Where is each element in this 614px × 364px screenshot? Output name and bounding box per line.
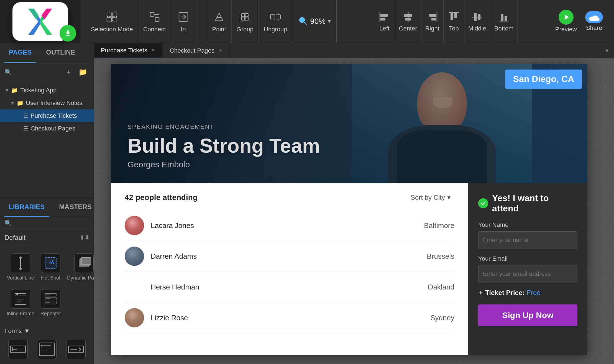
attendee-row-herse[interactable]: Herse Hedman Oakland [125, 272, 454, 303]
svg-rect-17 [245, 17, 248, 20]
component-grid: Vertical Line Hot Spot [0, 246, 94, 324]
connect-tool[interactable]: Connect [138, 0, 171, 43]
add-folder-button[interactable]: 📁 [76, 67, 89, 78]
city-darren: Brussels [413, 252, 454, 261]
form-dropdown[interactable] [62, 337, 89, 361]
tree-item-user-interview[interactable]: ▼ 📁 User Interview Notes [0, 97, 94, 109]
ungroup-icon [268, 10, 283, 24]
tab-checkout-pages[interactable]: Checkout Pages × [163, 43, 230, 58]
masters-tab[interactable]: MASTERS [55, 198, 96, 217]
pages-tab[interactable]: PAGES [4, 43, 36, 63]
tab-bar: Purchase Tickets × Checkout Pages × ▾ [94, 43, 614, 58]
inline-frame-thumb [11, 289, 30, 309]
tab-checkout-pages-label: Checkout Pages [170, 47, 214, 54]
zoom-control[interactable]: 90% ▾ [292, 0, 337, 43]
axure-logo-icon [22, 4, 58, 40]
share-label: Share [586, 24, 602, 32]
preview-button[interactable]: Preview [555, 10, 577, 33]
dynamic-panel-thumb [74, 253, 94, 273]
form-text-input[interactable] [4, 337, 32, 361]
hot-spot-thumb [41, 253, 60, 273]
svg-rect-54 [45, 258, 56, 269]
component-hot-spot[interactable]: Hot Spot [38, 250, 63, 284]
svg-rect-35 [429, 14, 436, 17]
align-right-tool[interactable]: Right [421, 0, 444, 43]
add-page-button[interactable]: + [64, 67, 73, 78]
component-inline-frame[interactable]: Inline Frame [4, 286, 37, 320]
name-lizzie: Lizzie Rose [151, 314, 406, 322]
component-repeater[interactable]: Repeater [38, 286, 63, 320]
attendee-row-lizzie[interactable]: Lizzie Rose Sydney [125, 303, 454, 333]
align-center-tool[interactable]: Center [395, 0, 421, 43]
tab-purchase-tickets-close[interactable]: × [150, 47, 156, 53]
form-textarea-thumb [37, 340, 57, 359]
align-middle-tool[interactable]: Middle [464, 0, 490, 43]
attendee-row-lacara[interactable]: Lacara Jones Baltimore [125, 210, 454, 241]
avatar-darren [125, 247, 144, 266]
main-area: Purchase Tickets × Checkout Pages × ▾ [94, 43, 614, 364]
svg-rect-57 [81, 257, 91, 265]
point-tool[interactable]: Point [207, 0, 232, 43]
lib-search-bar: 🔍 [0, 217, 94, 230]
attendee-row-darren[interactable]: Darren Adams Brussels [125, 241, 454, 272]
svg-rect-19 [276, 15, 280, 19]
hero-subtitle: SPEAKING ENGAGEMENT [127, 123, 320, 130]
svg-rect-60 [16, 294, 18, 295]
align-center-label: Center [399, 25, 417, 32]
sort-button[interactable]: Sort by City ▾ [407, 191, 454, 204]
selection-mode-tool[interactable]: Selection Mode [86, 0, 138, 43]
ticket-price-value: Free [527, 289, 540, 297]
canvas-area[interactable]: SPEAKING ENGAGEMENT Build a Strong Team … [94, 58, 614, 364]
lib-dropdown[interactable]: Default ⬆⬇ [0, 230, 94, 246]
connect-label: Connect [143, 26, 166, 33]
sign-up-button[interactable]: Sign Up Now [478, 304, 577, 326]
page-icon-purchase-tickets: ☰ [23, 112, 28, 119]
download-icon [63, 29, 72, 38]
sidebar: PAGES OUTLINE 🔍 + 📁 ▼ 📁 Ticketing App ▼ … [0, 43, 94, 364]
reg-title-text: Yes! I want to attend [492, 193, 577, 214]
toolbar: Selection Mode Connect In [80, 0, 614, 43]
align-top-tool[interactable]: Top [444, 0, 464, 43]
form-text-area[interactable] [33, 337, 60, 361]
sort-arrow-icon: ▾ [447, 194, 451, 201]
reg-name-label: Your Name [478, 221, 577, 229]
ungroup-label: Ungroup [264, 26, 287, 33]
svg-rect-13 [240, 12, 250, 22]
tab-dropdown-button[interactable]: ▾ [600, 47, 614, 54]
svg-marker-46 [565, 15, 569, 19]
ungroup-tool[interactable]: Ungroup [259, 0, 292, 43]
group-tool[interactable]: Group [232, 0, 259, 43]
reg-name-input[interactable] [478, 231, 577, 249]
tree-item-ticketing-app[interactable]: ▼ 📁 Ticketing App [0, 84, 94, 97]
import-tool[interactable]: In [171, 0, 196, 43]
tree-item-checkout-pages[interactable]: ▶ ☰ Checkout Pages [0, 122, 94, 135]
libraries-section: LIBRARIES MASTERS + ⊞ ⋯ 🔍 Default ⬆⬇ [0, 198, 94, 364]
svg-rect-14 [242, 14, 245, 17]
reg-email-label: Your Email [478, 255, 577, 262]
tree-item-purchase-tickets[interactable]: ▶ ☰ Purchase Tickets [0, 109, 94, 122]
forms-arrow: ▼ [24, 327, 30, 335]
reg-email-input[interactable] [478, 265, 577, 283]
align-left-tool[interactable]: Left [374, 0, 395, 43]
align-bottom-tool[interactable]: Bottom [490, 0, 518, 43]
libraries-tab[interactable]: LIBRARIES [4, 198, 49, 217]
vertical-line-thumb [11, 253, 30, 273]
selection-mode-label: Selection Mode [91, 26, 133, 33]
download-badge[interactable] [60, 25, 76, 42]
svg-rect-3 [107, 17, 111, 22]
tab-checkout-pages-close[interactable]: × [217, 48, 223, 54]
svg-rect-29 [380, 14, 388, 17]
ticket-price-icon: ✦ [478, 289, 483, 296]
share-button[interactable]: Share [585, 11, 603, 32]
hero-section: SPEAKING ENGAGEMENT Build a Strong Team … [111, 64, 587, 183]
outline-tab[interactable]: OUTLINE [42, 43, 80, 63]
sidebar-actions: + 📁 [64, 67, 89, 78]
component-vertical-line[interactable]: Vertical Line [4, 250, 37, 284]
name-lacara: Lacara Jones [151, 221, 406, 230]
forms-header[interactable]: Forms ▼ [4, 327, 89, 335]
tab-purchase-tickets[interactable]: Purchase Tickets × [94, 43, 163, 58]
align-bottom-label: Bottom [494, 25, 514, 32]
connect-icon [147, 10, 162, 24]
align-middle-label: Middle [468, 25, 486, 32]
hot-spot-label: Hot Spot [41, 275, 60, 281]
